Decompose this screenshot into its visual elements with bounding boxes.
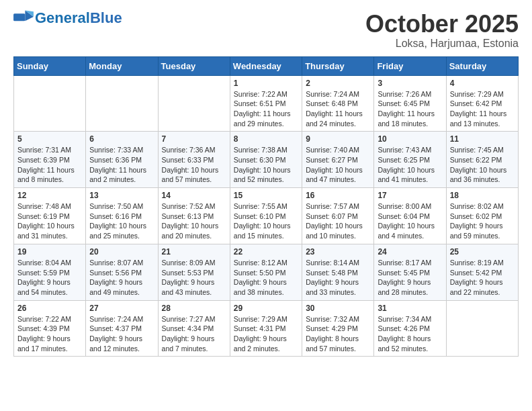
calendar-cell: 5Sunrise: 7:31 AM Sunset: 6:39 PM Daylig… bbox=[14, 132, 86, 188]
calendar-cell: 28Sunrise: 7:27 AM Sunset: 4:34 PM Dayli… bbox=[158, 300, 230, 357]
day-number: 27 bbox=[89, 304, 154, 313]
calendar-cell: 3Sunrise: 7:26 AM Sunset: 6:45 PM Daylig… bbox=[374, 75, 446, 132]
calendar-cell: 10Sunrise: 7:43 AM Sunset: 6:25 PM Dayli… bbox=[374, 132, 446, 188]
day-info: Sunrise: 8:19 AM Sunset: 5:42 PM Dayligh… bbox=[450, 258, 515, 298]
calendar-cell: 23Sunrise: 8:14 AM Sunset: 5:48 PM Dayli… bbox=[302, 244, 374, 300]
calendar-cell: 15Sunrise: 7:55 AM Sunset: 6:10 PM Dayli… bbox=[230, 188, 302, 244]
day-number: 13 bbox=[89, 191, 154, 200]
calendar-week-row: 12Sunrise: 7:48 AM Sunset: 6:19 PM Dayli… bbox=[14, 188, 519, 244]
calendar-cell: 29Sunrise: 7:29 AM Sunset: 4:31 PM Dayli… bbox=[230, 300, 302, 357]
calendar-header-monday: Monday bbox=[86, 56, 158, 75]
calendar-table: SundayMondayTuesdayWednesdayThursdayFrid… bbox=[13, 56, 519, 357]
calendar-cell: 18Sunrise: 8:02 AM Sunset: 6:02 PM Dayli… bbox=[446, 188, 518, 244]
calendar-cell: 2Sunrise: 7:24 AM Sunset: 6:48 PM Daylig… bbox=[302, 75, 374, 132]
calendar-cell: 22Sunrise: 8:12 AM Sunset: 5:50 PM Dayli… bbox=[230, 244, 302, 300]
day-info: Sunrise: 7:24 AM Sunset: 6:48 PM Dayligh… bbox=[306, 89, 370, 129]
logo: GeneralBlue bbox=[13, 11, 122, 26]
day-number: 22 bbox=[234, 247, 298, 257]
day-info: Sunrise: 7:29 AM Sunset: 4:31 PM Dayligh… bbox=[234, 314, 298, 354]
calendar-cell: 8Sunrise: 7:38 AM Sunset: 6:30 PM Daylig… bbox=[230, 132, 302, 188]
day-number: 1 bbox=[234, 79, 298, 88]
calendar-cell: 7Sunrise: 7:36 AM Sunset: 6:33 PM Daylig… bbox=[158, 132, 230, 188]
day-number: 26 bbox=[17, 304, 82, 313]
calendar-cell: 14Sunrise: 7:52 AM Sunset: 6:13 PM Dayli… bbox=[158, 188, 230, 244]
day-info: Sunrise: 7:36 AM Sunset: 6:33 PM Dayligh… bbox=[162, 145, 226, 185]
calendar-cell: 16Sunrise: 7:57 AM Sunset: 6:07 PM Dayli… bbox=[302, 188, 374, 244]
calendar-cell: 4Sunrise: 7:29 AM Sunset: 6:42 PM Daylig… bbox=[446, 75, 518, 132]
day-info: Sunrise: 7:22 AM Sunset: 4:39 PM Dayligh… bbox=[17, 314, 82, 354]
day-info: Sunrise: 7:43 AM Sunset: 6:25 PM Dayligh… bbox=[378, 145, 442, 185]
day-info: Sunrise: 8:14 AM Sunset: 5:48 PM Dayligh… bbox=[306, 258, 370, 298]
day-number: 17 bbox=[378, 191, 442, 200]
calendar-cell: 25Sunrise: 8:19 AM Sunset: 5:42 PM Dayli… bbox=[446, 244, 518, 300]
calendar-cell bbox=[158, 75, 230, 132]
day-info: Sunrise: 7:52 AM Sunset: 6:13 PM Dayligh… bbox=[162, 201, 226, 241]
day-info: Sunrise: 7:45 AM Sunset: 6:22 PM Dayligh… bbox=[450, 145, 515, 185]
calendar-cell: 6Sunrise: 7:33 AM Sunset: 6:36 PM Daylig… bbox=[86, 132, 158, 188]
day-number: 24 bbox=[378, 247, 442, 257]
calendar-cell: 30Sunrise: 7:32 AM Sunset: 4:29 PM Dayli… bbox=[302, 300, 374, 357]
calendar-header-wednesday: Wednesday bbox=[230, 56, 302, 75]
day-info: Sunrise: 7:31 AM Sunset: 6:39 PM Dayligh… bbox=[17, 145, 82, 185]
logo-icon bbox=[13, 9, 34, 24]
day-info: Sunrise: 7:27 AM Sunset: 4:34 PM Dayligh… bbox=[162, 314, 226, 354]
day-number: 2 bbox=[306, 79, 370, 88]
day-info: Sunrise: 7:22 AM Sunset: 6:51 PM Dayligh… bbox=[234, 89, 298, 129]
day-info: Sunrise: 8:12 AM Sunset: 5:50 PM Dayligh… bbox=[234, 258, 298, 298]
calendar-cell: 27Sunrise: 7:24 AM Sunset: 4:37 PM Dayli… bbox=[86, 300, 158, 357]
day-number: 14 bbox=[162, 191, 226, 200]
location: Loksa, Harjumaa, Estonia bbox=[365, 38, 519, 50]
day-number: 31 bbox=[378, 304, 442, 313]
day-info: Sunrise: 7:34 AM Sunset: 4:26 PM Dayligh… bbox=[378, 314, 442, 354]
day-number: 18 bbox=[450, 191, 515, 200]
calendar-week-row: 19Sunrise: 8:04 AM Sunset: 5:59 PM Dayli… bbox=[14, 244, 519, 300]
day-number: 30 bbox=[306, 304, 370, 313]
calendar-cell: 21Sunrise: 8:09 AM Sunset: 5:53 PM Dayli… bbox=[158, 244, 230, 300]
day-number: 4 bbox=[450, 79, 515, 88]
calendar-cell: 12Sunrise: 7:48 AM Sunset: 6:19 PM Dayli… bbox=[14, 188, 86, 244]
calendar-header-thursday: Thursday bbox=[302, 56, 374, 75]
day-info: Sunrise: 8:17 AM Sunset: 5:45 PM Dayligh… bbox=[378, 258, 442, 298]
svg-rect-0 bbox=[13, 13, 25, 21]
day-info: Sunrise: 7:29 AM Sunset: 6:42 PM Dayligh… bbox=[450, 89, 515, 129]
day-number: 25 bbox=[450, 247, 515, 257]
day-info: Sunrise: 7:40 AM Sunset: 6:27 PM Dayligh… bbox=[306, 145, 370, 185]
header: GeneralBlue October 2025 Loksa, Harjumaa… bbox=[13, 11, 519, 50]
day-info: Sunrise: 7:55 AM Sunset: 6:10 PM Dayligh… bbox=[234, 201, 298, 241]
day-number: 7 bbox=[162, 134, 226, 144]
title-block: October 2025 Loksa, Harjumaa, Estonia bbox=[365, 11, 519, 50]
day-number: 6 bbox=[89, 134, 154, 144]
day-info: Sunrise: 7:32 AM Sunset: 4:29 PM Dayligh… bbox=[306, 314, 370, 354]
calendar-header-row: SundayMondayTuesdayWednesdayThursdayFrid… bbox=[14, 56, 519, 75]
day-info: Sunrise: 7:33 AM Sunset: 6:36 PM Dayligh… bbox=[89, 145, 154, 185]
calendar-header-tuesday: Tuesday bbox=[158, 56, 230, 75]
day-number: 23 bbox=[306, 247, 370, 257]
day-number: 19 bbox=[17, 247, 82, 257]
day-info: Sunrise: 7:57 AM Sunset: 6:07 PM Dayligh… bbox=[306, 201, 370, 241]
calendar-cell: 11Sunrise: 7:45 AM Sunset: 6:22 PM Dayli… bbox=[446, 132, 518, 188]
day-info: Sunrise: 7:50 AM Sunset: 6:16 PM Dayligh… bbox=[89, 201, 154, 241]
month-title: October 2025 bbox=[365, 11, 519, 38]
calendar-cell bbox=[14, 75, 86, 132]
day-number: 15 bbox=[234, 191, 298, 200]
day-number: 5 bbox=[17, 134, 82, 144]
calendar-header-sunday: Sunday bbox=[14, 56, 86, 75]
calendar-week-row: 1Sunrise: 7:22 AM Sunset: 6:51 PM Daylig… bbox=[14, 75, 519, 132]
calendar-cell: 26Sunrise: 7:22 AM Sunset: 4:39 PM Dayli… bbox=[14, 300, 86, 357]
day-number: 8 bbox=[234, 134, 298, 144]
day-info: Sunrise: 8:09 AM Sunset: 5:53 PM Dayligh… bbox=[162, 258, 226, 298]
calendar-cell: 31Sunrise: 7:34 AM Sunset: 4:26 PM Dayli… bbox=[374, 300, 446, 357]
day-info: Sunrise: 8:02 AM Sunset: 6:02 PM Dayligh… bbox=[450, 201, 515, 241]
calendar-cell: 9Sunrise: 7:40 AM Sunset: 6:27 PM Daylig… bbox=[302, 132, 374, 188]
day-info: Sunrise: 8:04 AM Sunset: 5:59 PM Dayligh… bbox=[17, 258, 82, 298]
calendar-cell: 19Sunrise: 8:04 AM Sunset: 5:59 PM Dayli… bbox=[14, 244, 86, 300]
calendar-cell: 17Sunrise: 8:00 AM Sunset: 6:04 PM Dayli… bbox=[374, 188, 446, 244]
day-number: 10 bbox=[378, 134, 442, 144]
day-info: Sunrise: 8:00 AM Sunset: 6:04 PM Dayligh… bbox=[378, 201, 442, 241]
calendar-header-saturday: Saturday bbox=[446, 56, 518, 75]
calendar-cell: 24Sunrise: 8:17 AM Sunset: 5:45 PM Dayli… bbox=[374, 244, 446, 300]
day-number: 12 bbox=[17, 191, 82, 200]
day-number: 29 bbox=[234, 304, 298, 313]
calendar-week-row: 26Sunrise: 7:22 AM Sunset: 4:39 PM Dayli… bbox=[14, 300, 519, 357]
calendar-cell bbox=[446, 300, 518, 357]
